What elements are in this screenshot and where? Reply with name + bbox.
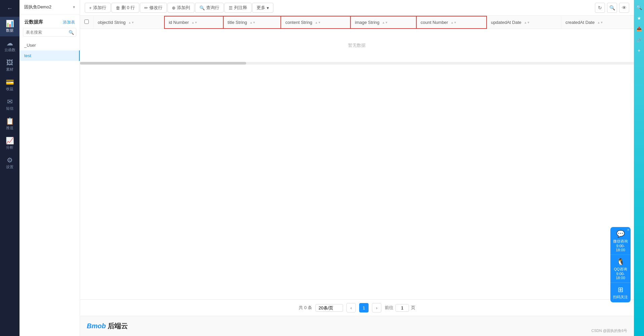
page-goto-input[interactable] [395,304,409,312]
sidebar-table-list: _User test [20,40,80,336]
sort-arrows-id[interactable]: ▲▼ [191,21,197,24]
prev-page-button[interactable]: ‹ [346,303,356,312]
col-count: count Number ▲▼ [416,16,487,29]
app-chevron-icon[interactable]: ▾ [73,5,75,9]
toolbar-right: ↻ 🔍 👁 [595,3,629,13]
nav-item-material[interactable]: 🖼 素材 [0,56,20,75]
pagination-bar: 共 0 条 20条/页 50条/页 100条/页 ‹ 1 › 前往 页 [80,299,634,316]
add-column-icon: ⊕ [172,5,176,10]
data-icon: 📊 [6,20,14,27]
col-updatedAt: updatedAt Date ▲▼ [487,16,561,29]
page-goto: 前往 页 [385,304,415,312]
add-row-label: 添加行 [93,5,106,11]
nav-label-sms: 短信 [6,106,13,111]
right-link-icon[interactable]: 🔗 [635,36,643,44]
csdn-watermark: CSDN @固执的鱼6号 [591,328,627,333]
bmob-tagline: 后端云 [108,322,128,330]
qq-widget-item[interactable]: 🐧 QQ咨询 9:00-18:00 [610,255,631,283]
sidebar-search-container: 🔍 [23,28,76,37]
nav-label-push: 推送 [6,125,13,130]
delete-row-button[interactable]: 🗑 删 0 行 [111,3,139,13]
add-column-label: 添加列 [177,5,190,11]
right-add-icon[interactable]: + [635,46,643,54]
col-id: id Number ▲▼ [164,16,223,29]
query-icon: 🔍 [199,5,205,10]
nav-label-settings: 设置 [6,164,13,170]
sort-arrows-image[interactable]: ▲▼ [382,21,388,24]
horizontal-scrollbar[interactable] [80,62,634,65]
wechat-widget-item[interactable]: ✕ 💬 微信咨询 9:00-18:00 [610,227,631,255]
nav-item-push[interactable]: 📋 推送 [0,114,20,134]
col-comment-button[interactable]: ☰ 列注释 [224,3,252,13]
sort-arrows-createdAt[interactable]: ▲▼ [597,21,603,24]
nav-item-sms[interactable]: ✉ 短信 [0,95,20,114]
right-panel: 🔍 ★ 📤 🔗 + [634,0,644,336]
sort-arrows-title[interactable]: ▲▼ [250,21,256,24]
edit-row-button[interactable]: ✏ 修改行 [140,3,167,13]
back-button[interactable]: ← [0,0,20,17]
sort-arrows-content[interactable]: ▲▼ [315,21,321,24]
query-row-label: 查询行 [206,5,219,11]
more-button[interactable]: 更多 ▾ [252,3,273,13]
refresh-button[interactable]: ↻ [595,3,605,13]
section-title-label: 云数据库 [24,19,43,25]
sort-arrows-updatedAt[interactable]: ▲▼ [524,21,530,24]
qrcode-icon: ⊞ [612,286,629,294]
col-checkbox [80,16,93,29]
revenue-icon: 💳 [6,79,14,85]
page-suffix-label: 页 [411,305,415,311]
nav-item-revenue[interactable]: 💳 收益 [0,75,20,95]
toolbar: + 添加行 🗑 删 0 行 ✏ 修改行 ⊕ 添加列 🔍 查询行 ☰ 列注释 更多… [80,0,634,16]
view-button[interactable]: 👁 [619,3,629,13]
material-icon: 🖼 [6,59,13,66]
nav-item-settings[interactable]: ⚙ 设置 [0,153,20,173]
bmob-footer: Bmob 后端云 [80,316,634,336]
cloud-icon: ☁ [6,40,13,46]
delete-icon: 🗑 [116,5,120,10]
col-title-label: title String [228,20,247,25]
col-createdAt-label: createdAt Date [565,20,595,25]
bmob-logo-text: Bmob [87,322,108,330]
col-comment-label: 列注释 [234,5,247,11]
sidebar: 固执鱼Demo2 ▾ 云数据库 添加表 🔍 _User test [20,0,80,336]
nav-item-analytics[interactable]: 📈 分析 [0,134,20,153]
add-table-link[interactable]: 添加表 [63,20,75,25]
scroll-thumb[interactable] [80,62,246,65]
delete-row-label: 删 0 行 [121,5,135,11]
right-share-icon[interactable]: 📤 [635,25,643,33]
sort-arrows-count[interactable]: ▲▼ [451,21,457,24]
nav-label-analytics: 分析 [6,145,13,150]
wechat-close-icon[interactable]: ✕ [627,228,630,232]
sidebar-header: 固执鱼Demo2 ▾ [20,0,80,14]
right-search-icon[interactable]: 🔍 [635,3,643,11]
edit-icon: ✏ [144,5,148,10]
select-all-checkbox[interactable] [84,20,89,24]
wechat-label: 微信咨询 [612,239,629,244]
qrcode-widget-item[interactable]: ⊞ 扫码关注 [610,283,631,302]
nav-item-data[interactable]: 📊 数据 [0,17,20,36]
col-count-label: count Number [421,20,448,25]
settings-icon: ⚙ [7,157,13,163]
qq-hours: 9:00-18:00 [612,272,629,280]
more-chevron-icon: ▾ [267,5,269,10]
right-star-icon[interactable]: ★ [635,14,643,22]
sms-icon: ✉ [7,98,13,105]
add-column-button[interactable]: ⊕ 添加列 [167,3,194,13]
toolbar-search-button[interactable]: 🔍 [607,3,617,13]
float-widget: ✕ 💬 微信咨询 9:00-18:00 🐧 QQ咨询 9:00-18:00 ⊞ … [610,227,631,302]
sidebar-item-user[interactable]: _User [20,40,80,50]
add-row-button[interactable]: + 添加行 [85,3,111,13]
sidebar-item-test[interactable]: test [20,50,80,61]
wechat-hours: 9:00-18:00 [612,244,629,252]
nav-label-material: 素材 [6,67,13,72]
next-page-button[interactable]: › [372,303,381,312]
nav-label-cloud: 云函数 [4,47,15,52]
page-1-button[interactable]: 1 [359,303,369,312]
col-image: image String ▲▼ [350,16,416,29]
nav-item-cloud[interactable]: ☁ 云函数 [0,36,20,56]
col-objectId-label: objectId String [98,20,126,25]
search-icon: 🔍 [69,30,74,35]
page-size-select[interactable]: 20条/页 50条/页 100条/页 [315,304,343,312]
query-row-button[interactable]: 🔍 查询行 [195,3,224,13]
sort-arrows-objectId[interactable]: ▲▼ [128,21,134,24]
